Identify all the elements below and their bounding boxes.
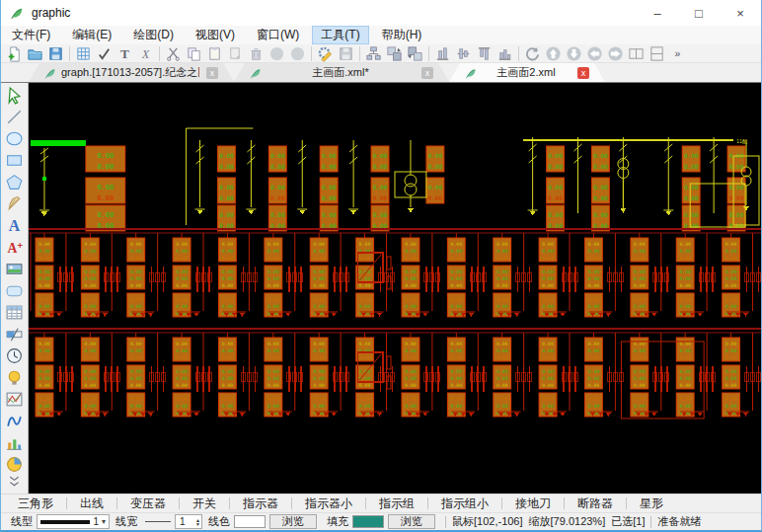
grid-icon[interactable] [73, 44, 94, 62]
close-button[interactable]: × [720, 0, 761, 26]
table-tool-icon[interactable] [3, 301, 27, 323]
fan-tool-icon[interactable] [3, 192, 27, 214]
menu-帮助H[interactable]: 帮助(H) [373, 26, 431, 44]
menu-工具T[interactable]: 工具(T) [312, 26, 368, 44]
ungroup-icon[interactable] [405, 44, 425, 62]
svg-text:0.00: 0.00 [542, 383, 554, 388]
component-button-6[interactable]: 指示器小 [292, 495, 365, 512]
text-tool-icon[interactable]: A [3, 214, 27, 236]
component-button-5[interactable]: 指示器 [230, 495, 291, 512]
line-type-dropdown[interactable]: 1 ▾ [37, 514, 110, 529]
component-button-8[interactable]: 指示组小 [428, 495, 501, 512]
line-tool-icon[interactable] [3, 106, 27, 127]
component-button-9[interactable]: 接地刀 [502, 495, 564, 512]
svg-text:0.00: 0.00 [679, 304, 691, 309]
tab-2[interactable]: 主画面.xml*x [234, 63, 449, 82]
schematic-canvas[interactable]: 0.000.000.000.000.000.000.000.000.000.00… [29, 83, 761, 494]
component-button-10[interactable]: 断路器 [565, 495, 626, 512]
paste-icon[interactable] [204, 44, 225, 62]
bar-chart-tool-icon[interactable] [3, 431, 27, 453]
svg-text:0.00: 0.00 [588, 249, 600, 254]
component-button-7[interactable]: 指示组 [366, 495, 427, 512]
minimize-button[interactable]: – [637, 0, 678, 26]
component-button-1[interactable]: 三角形 [5, 495, 66, 512]
menu-视图V[interactable]: 视图(V) [187, 26, 244, 44]
save-icon[interactable] [45, 44, 66, 62]
text-delete-icon[interactable]: X [135, 44, 156, 62]
spinner-arrows-icon[interactable]: ▲▼ [195, 518, 201, 526]
line-color-swatch[interactable] [234, 515, 266, 528]
svg-text:0.00: 0.00 [542, 249, 554, 254]
move-up-icon[interactable] [543, 44, 564, 62]
align-top-icon[interactable] [474, 44, 495, 62]
bulb-tool-icon[interactable] [3, 366, 27, 388]
line-width-spinner[interactable]: 1 ▲▼ [175, 514, 202, 529]
menu-窗口W[interactable]: 窗口(W) [248, 26, 308, 44]
component-button-2[interactable]: 出线 [67, 495, 116, 512]
add-group-icon[interactable] [384, 44, 405, 62]
fill-browse-button[interactable]: 浏览 [388, 514, 435, 529]
tab-close-icon[interactable]: x [577, 67, 589, 79]
image-tool-icon[interactable] [3, 258, 27, 279]
svg-text:0.00: 0.00 [405, 369, 417, 374]
maximize-button[interactable]: □ [678, 0, 720, 26]
move-right-icon[interactable] [605, 44, 626, 62]
svg-text:0.00: 0.00 [130, 342, 142, 346]
text-style-icon[interactable]: T [114, 44, 135, 62]
menu-bar: 文件(F)编辑(E)绘图(D)视图(V)窗口(W)工具(T)帮助(H) [1, 26, 761, 44]
component-button-3[interactable]: 变压器 [117, 495, 179, 512]
rounded-rect-tool-icon[interactable] [3, 279, 27, 301]
svg-text:0.00: 0.00 [593, 184, 608, 190]
curve-chart-tool-icon[interactable] [3, 388, 27, 410]
progress-tool-icon[interactable] [3, 323, 27, 344]
open-folder-icon[interactable] [25, 44, 45, 62]
cut-icon[interactable] [163, 44, 184, 62]
fill-color-swatch[interactable] [352, 515, 384, 528]
tab-3[interactable]: 主画面2.xmlx [449, 63, 605, 82]
refresh-icon[interactable] [522, 44, 543, 62]
component-button-4[interactable]: 开关 [180, 495, 229, 512]
line-color-browse-button[interactable]: 浏览 [269, 514, 317, 529]
select-tool-icon[interactable] [3, 84, 27, 106]
polygon-tool-icon[interactable] [3, 171, 27, 192]
distribute-icon[interactable] [495, 44, 515, 62]
split-horizontal-icon[interactable] [626, 44, 647, 62]
group-icon[interactable] [363, 44, 384, 62]
more-tools-icon[interactable] [3, 475, 27, 488]
svg-text:0.00: 0.00 [222, 376, 234, 381]
svg-text:0.00: 0.00 [496, 376, 508, 381]
move-left-icon[interactable] [584, 44, 605, 62]
rectangle-tool-icon[interactable] [3, 149, 27, 171]
svg-text:0.00: 0.00 [313, 397, 325, 402]
align-bottom-icon[interactable] [432, 44, 453, 62]
line-type-value: 1 [93, 516, 99, 527]
svg-text:0.00: 0.00 [729, 163, 744, 170]
svg-text:0.00: 0.00 [322, 184, 337, 190]
svg-text:0.00: 0.00 [267, 383, 279, 388]
svg-text:0.00: 0.00 [679, 249, 691, 254]
tab-close-icon[interactable]: x [206, 67, 218, 79]
svg-text:0.00: 0.00 [373, 184, 388, 190]
check-icon[interactable] [94, 44, 114, 62]
more-tools-icon[interactable]: » [667, 44, 688, 62]
svg-text:0.00: 0.00 [451, 369, 463, 374]
split-vertical-icon[interactable] [647, 44, 667, 62]
component-button-11[interactable]: 星形 [627, 495, 676, 512]
align-middle-icon[interactable] [453, 44, 474, 62]
line-chart-tool-icon[interactable] [3, 410, 27, 431]
ellipse-tool-icon[interactable] [3, 127, 27, 149]
tab-close-icon[interactable]: x [421, 67, 433, 79]
svg-text:0.00: 0.00 [679, 369, 691, 374]
settings-icon[interactable] [315, 44, 336, 62]
move-down-icon[interactable] [564, 44, 584, 62]
new-file-icon[interactable] [4, 44, 25, 62]
svg-text:0.00: 0.00 [548, 184, 563, 190]
copy-icon[interactable] [184, 44, 204, 62]
svg-text:0.00: 0.00 [542, 342, 554, 346]
clock-tool-icon[interactable] [3, 344, 27, 366]
tab-1[interactable]: graph.[171013-2057].纪念之图.测试半透明.xmlx [29, 63, 234, 82]
text-plus-tool-icon[interactable]: A+ [3, 236, 27, 258]
menu-编辑E[interactable]: 编辑(E) [63, 26, 120, 44]
menu-文件F[interactable]: 文件(F) [3, 26, 59, 44]
menu-绘图D[interactable]: 绘图(D) [124, 26, 183, 44]
